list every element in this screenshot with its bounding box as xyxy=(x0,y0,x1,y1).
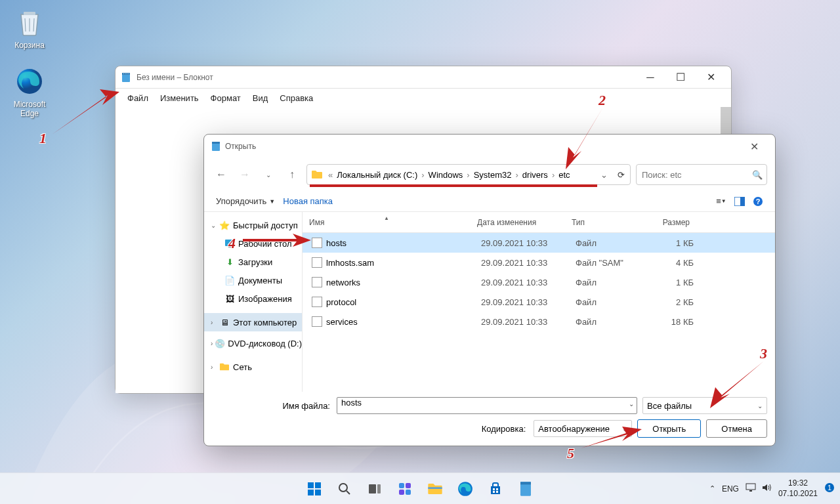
tree-network[interactable]: ›Сеть xyxy=(204,358,302,376)
tree-downloads[interactable]: ⬇Загрузки xyxy=(204,253,302,271)
col-type[interactable]: Тип xyxy=(565,218,644,227)
menu-edit[interactable]: Изменить xyxy=(155,92,204,104)
language-indicator[interactable]: ENG xyxy=(722,484,739,494)
tree-documents[interactable]: 📄Документы xyxy=(204,271,302,289)
edge-button[interactable] xyxy=(452,476,478,502)
annotation-underline xyxy=(310,184,597,187)
svg-point-4 xyxy=(123,73,124,74)
notepad-titlebar[interactable]: Без имени – Блокнот ─ ☐ ✕ xyxy=(116,66,731,89)
menu-view[interactable]: Вид xyxy=(247,92,274,104)
taskview-button[interactable] xyxy=(362,476,388,502)
menu-format[interactable]: Формат xyxy=(205,92,246,104)
organize-button[interactable]: Упорядочить▼ xyxy=(212,194,279,209)
search-input[interactable] xyxy=(642,170,752,180)
crumb-windows[interactable]: Windows xyxy=(426,170,466,180)
menu-file[interactable]: Файл xyxy=(122,92,154,104)
nav-recent-button[interactable]: ⌄ xyxy=(259,165,278,184)
breadcrumb-dropdown[interactable]: ⌄ xyxy=(596,165,612,184)
file-row[interactable]: hosts29.09.2021 10:33Файл1 КБ xyxy=(303,233,775,253)
desktop-recycle-bin-label: Корзина xyxy=(7,41,52,50)
encoding-select[interactable]: Автообнаружение⌄ xyxy=(534,420,632,437)
view-options-button[interactable]: ≡ ▼ xyxy=(712,194,730,209)
close-button[interactable]: ✕ xyxy=(696,66,726,89)
svg-rect-16 xyxy=(308,482,314,488)
maximize-button[interactable]: ☐ xyxy=(665,66,696,89)
volume-icon[interactable] xyxy=(761,483,772,494)
svg-rect-24 xyxy=(399,483,404,488)
open-dialog: Открыть ✕ ← → ⌄ ↑ « Локальный диск (C:)›… xyxy=(203,134,776,446)
dialog-close-button[interactable]: ✕ xyxy=(740,136,768,156)
desktop-recycle-bin[interactable]: Корзина xyxy=(7,7,52,50)
search-button[interactable] xyxy=(331,476,358,502)
svg-rect-22 xyxy=(369,484,376,494)
start-button[interactable] xyxy=(301,476,327,502)
tree-dvd[interactable]: ›💿DVD-дисковод (D:) xyxy=(204,334,302,352)
crumb-etc[interactable]: etc xyxy=(556,170,572,180)
search-icon: 🔍 xyxy=(752,170,763,180)
breadcrumb-bar[interactable]: « Локальный диск (C:)› Windows› System32… xyxy=(306,164,631,185)
nav-up-button[interactable]: ↑ xyxy=(283,165,301,184)
file-icon xyxy=(312,316,322,327)
refresh-button[interactable]: ⟳ xyxy=(613,165,629,184)
cancel-button[interactable]: Отмена xyxy=(706,419,767,438)
tree-desktop[interactable]: Рабочий стол xyxy=(204,234,302,253)
open-button[interactable]: Открыть xyxy=(637,419,701,438)
file-row[interactable]: lmhosts.sam29.09.2021 10:33Файл "SAM"4 К… xyxy=(303,253,775,272)
desktop-edge[interactable]: Microsoft Edge xyxy=(7,66,52,118)
file-row[interactable]: services29.09.2021 10:33Файл18 КБ xyxy=(303,312,775,331)
file-list: ▲Имя Дата изменения Тип Размер hosts29.0… xyxy=(303,212,775,392)
new-folder-button[interactable]: Новая папка xyxy=(279,194,337,209)
svg-point-7 xyxy=(128,73,129,74)
svg-rect-11 xyxy=(740,197,745,206)
folder-icon xyxy=(311,169,323,180)
file-icon xyxy=(312,257,322,268)
notifications-button[interactable]: 1 xyxy=(824,482,835,495)
crumb-disk[interactable]: Локальный диск (C:) xyxy=(334,170,420,180)
svg-rect-28 xyxy=(428,487,442,489)
crumb-system32[interactable]: System32 xyxy=(471,170,514,180)
minimize-button[interactable]: ─ xyxy=(635,66,665,89)
file-row[interactable]: protocol29.09.2021 10:33Файл2 КБ xyxy=(303,292,775,312)
network-icon[interactable] xyxy=(746,483,756,494)
file-list-header[interactable]: ▲Имя Дата изменения Тип Размер xyxy=(303,212,775,233)
filename-label: Имя файла: xyxy=(212,401,337,411)
store-button[interactable] xyxy=(482,476,509,502)
dialog-titlebar[interactable]: Открыть ✕ xyxy=(204,135,775,158)
file-row[interactable]: networks29.09.2021 10:33Файл1 КБ xyxy=(303,272,775,292)
preview-pane-button[interactable] xyxy=(730,194,749,209)
tree-quick-access[interactable]: ⌄⭐Быстрый доступ xyxy=(204,216,302,234)
search-box[interactable]: 🔍 xyxy=(636,164,767,185)
nav-forward-button[interactable]: → xyxy=(236,165,254,184)
col-size[interactable]: Размер xyxy=(644,218,696,227)
taskbar: ⌃ ENG 19:32 07.10.2021 1 xyxy=(0,472,840,504)
explorer-button[interactable] xyxy=(422,476,448,502)
crumb-drivers[interactable]: drivers xyxy=(520,170,551,180)
svg-text:?: ? xyxy=(756,198,761,205)
filename-input[interactable]: hosts⌄ xyxy=(337,397,637,414)
col-name[interactable]: ▲Имя xyxy=(303,218,471,227)
notepad-button[interactable] xyxy=(513,476,539,502)
notepad-title: Без имени – Блокнот xyxy=(136,73,635,82)
notepad-menubar: Файл Изменить Формат Вид Справка xyxy=(116,89,731,107)
widgets-button[interactable] xyxy=(392,476,418,502)
svg-rect-0 xyxy=(24,12,35,15)
svg-rect-9 xyxy=(212,142,220,144)
svg-rect-33 xyxy=(496,491,498,493)
help-button[interactable]: ? xyxy=(749,194,767,209)
svg-rect-36 xyxy=(746,484,755,490)
svg-rect-23 xyxy=(377,484,381,494)
col-date[interactable]: Дата изменения xyxy=(471,218,565,227)
tree-this-pc[interactable]: ›🖥Этот компьютер xyxy=(204,313,302,331)
tray-chevron-icon[interactable]: ⌃ xyxy=(709,484,715,493)
svg-rect-17 xyxy=(315,482,321,488)
svg-rect-35 xyxy=(520,482,531,484)
tree-pictures[interactable]: 🖼Изображения xyxy=(204,289,302,308)
menu-help[interactable]: Справка xyxy=(274,92,318,104)
svg-rect-25 xyxy=(406,483,411,488)
nav-back-button[interactable]: ← xyxy=(212,165,230,184)
svg-point-5 xyxy=(125,73,125,74)
annotation-2: 2 xyxy=(598,92,606,109)
filetype-select[interactable]: Все файлы⌄ xyxy=(642,397,767,414)
clock[interactable]: 19:32 07.10.2021 xyxy=(778,478,818,499)
annotation-1: 1 xyxy=(39,130,47,147)
